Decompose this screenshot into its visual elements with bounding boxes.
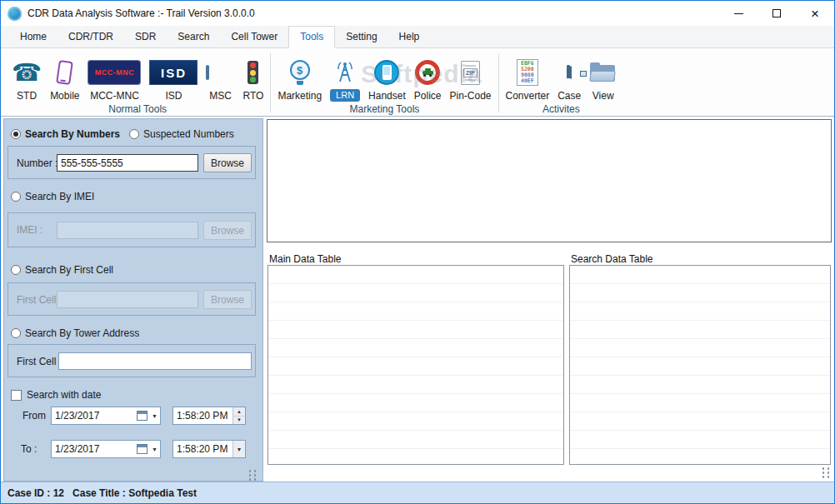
search-with-date-checkbox[interactable]: Search with date [11,389,101,401]
calendar-icon [137,444,148,454]
ribbon-button-converter[interactable]: EBF6 5200 9080 40EF Converter [502,52,554,103]
spin-up-icon[interactable]: ▲ [233,407,245,417]
panel-resize-grip[interactable] [248,469,258,482]
ribbon-button-std[interactable]: ☎ STD [8,52,46,103]
ribbon-group-normal-tools: ☎ STD Mobile MCC-MNC MCC-MNC ISD ISD [8,50,268,116]
ribbon-button-msc[interactable]: MSC [202,52,238,103]
tab-sdr[interactable]: SDR [124,27,167,47]
ribbon-button-pin-code[interactable]: ZIP Pin-Code [445,52,495,103]
ribbon-group-activites: EBF6 5200 9080 40EF Converter Case View [502,50,622,116]
tab-cell-tower[interactable]: Cell Tower [220,27,288,47]
app-logo-icon [8,7,22,21]
ribbon-button-mobile[interactable]: Mobile [46,52,83,103]
tab-cdr-tdr[interactable]: CDR/TDR [58,27,124,47]
radio-indicator [11,328,21,338]
traffic-light-icon [248,61,258,84]
to-date-picker[interactable]: 1/23/2017 ▼ [51,440,161,458]
from-label: From [22,410,46,422]
ribbon-button-view[interactable]: View [585,52,621,103]
imei-input [57,222,198,239]
maximize-icon [772,9,781,17]
ribbon-button-case[interactable]: Case [553,52,585,103]
zip-document-icon: ZIP [461,61,480,85]
checkbox-indicator [11,390,22,401]
telephone-icon: ☎ [12,59,42,86]
radio-search-by-tower-address[interactable]: Search By Tower Address [11,327,139,339]
tab-search[interactable]: Search [167,27,220,47]
isd-card-icon: ISD [149,60,198,85]
antenna-tower-icon [332,59,358,84]
titlebar: CDR Data Analysis Software :- Trail Vers… [1,1,834,26]
number-input[interactable] [57,154,198,172]
briefcase-icon [567,67,572,78]
status-case-id: Case ID : 12 [8,487,64,499]
ribbon-button-mcc-mnc[interactable]: MCC-MNC MCC-MNC [83,52,145,103]
ribbon-button-police[interactable]: Police [410,52,446,103]
status-case-title: Case Title : Softpedia Test [72,487,197,499]
minimize-button[interactable] [719,1,758,26]
window-resize-grip[interactable] [821,467,831,480]
radio-indicator [11,265,21,275]
dropdown-arrow-icon[interactable]: ▼ [149,413,160,419]
tab-tools[interactable]: Tools [288,26,335,48]
time-spinner: ▲ ▼ [232,407,245,424]
menu-bar: Home CDR/TDR SDR Search Cell Tower Tools… [1,26,834,48]
radio-search-by-numbers[interactable]: Search By Numbers [11,128,120,140]
tab-help[interactable]: Help [388,27,431,47]
spin-down-icon[interactable]: ▼ [233,417,245,425]
calendar-icon [137,411,148,421]
close-icon: × [811,7,819,21]
minimize-icon [734,13,743,14]
search-data-table-label: Search Data Table [571,253,653,265]
number-browse-button[interactable]: Browse [203,153,252,172]
from-time-picker[interactable]: 1:58:20 PM ▲ ▼ [172,407,246,425]
tab-home[interactable]: Home [9,27,58,47]
status-bar: Case ID : 12 Case Title : Softpedia Test [1,482,834,503]
dropdown-arrow-icon[interactable]: ▼ [149,447,160,452]
number-group-box: Number : Browse [8,146,256,179]
ribbon-button-rto[interactable]: RTO [238,52,268,103]
dropdown-arrow-icon[interactable]: ▼ [232,441,245,457]
ribbon-button-lrn[interactable]: LRN [326,52,364,103]
content-area: Search By Numbers Suspected Numbers Numb… [1,117,834,482]
main-area: Main Data Table Search Data Table [266,117,834,482]
tower-group-box: First Cell : [8,344,256,377]
hex-document-icon: EBF6 5200 9080 40EF [517,59,538,86]
window-title: CDR Data Analysis Software :- Trail Vers… [28,7,255,19]
from-date-picker[interactable]: 1/23/2017 ▼ [51,407,161,425]
to-time-picker[interactable]: 1:58:20 PM ▼ [172,440,246,458]
radio-search-by-imei[interactable]: Search By IMEI [11,191,94,202]
close-button[interactable]: × [796,1,834,26]
ribbon-button-marketing[interactable]: $ Marketing [273,52,326,103]
police-car-icon [415,60,440,85]
maximize-button[interactable] [758,1,796,26]
radio-indicator [11,129,21,139]
ribbon-toolbar: Softpedia ☎ STD Mobile MCC-MNC MCC-MNC [1,48,834,117]
search-panel: Search By Numbers Suspected Numbers Numb… [3,118,263,482]
mobile-phone-icon [56,60,73,85]
imei-browse-button: Browse [203,221,252,240]
radio-search-by-first-cell[interactable]: Search By First Cell [11,264,113,276]
imei-group-box: IMEI : Browse [8,212,256,247]
first-cell-group-box: First Cell : Browse [8,282,256,316]
radio-suspected-numbers[interactable]: Suspected Numbers [129,128,234,140]
idea-bulb-icon: $ [290,60,310,85]
preview-panel [267,119,832,242]
tab-setting[interactable]: Setting [335,27,388,47]
ribbon-button-isd[interactable]: ISD ISD [145,52,202,103]
folder-icon [589,62,617,84]
mcc-mnc-card-icon: MCC-MNC [88,60,141,85]
main-data-table-label: Main Data Table [269,253,342,265]
radio-indicator [129,129,139,139]
window-controls: × [719,1,834,26]
ribbon-separator [270,53,271,112]
search-data-table[interactable] [569,265,831,465]
handset-phone-icon [374,60,399,85]
app-window: CDR Data Analysis Software :- Trail Vers… [0,0,835,504]
main-data-table[interactable] [268,265,564,465]
ribbon-group-marketing-tools: $ Marketing LRN [273,50,495,116]
tower-first-cell-input[interactable] [58,352,252,370]
ribbon-button-handset[interactable]: Handset [364,52,410,103]
radio-indicator [11,192,21,202]
monitor-icon [206,67,234,78]
